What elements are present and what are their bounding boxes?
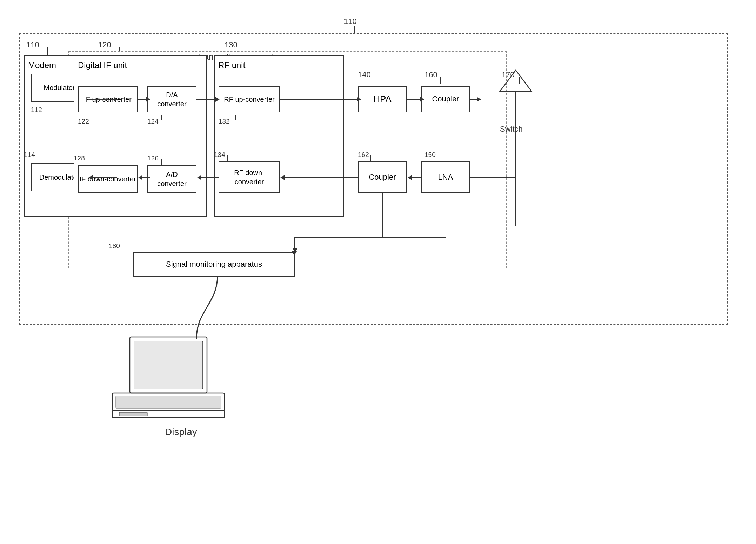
da-converter-block: D/Aconverter [147, 86, 196, 112]
ref-180: 180 [109, 242, 120, 250]
display-label: Display [165, 426, 197, 438]
svg-rect-5 [116, 396, 221, 408]
laptop-icon [109, 333, 242, 425]
ref-134: 134 [214, 151, 225, 159]
arrow-coupler-rx-rfdown [281, 177, 358, 178]
arrow-rfup-hpa [280, 99, 361, 100]
switch-h-bottom [470, 177, 516, 178]
ref-124: 124 [147, 118, 159, 125]
if-down-block: IF down-converter [78, 165, 138, 193]
svg-rect-7 [119, 412, 147, 416]
rf-up-block: RF up-converter [219, 86, 280, 112]
coupler-tx-block: Coupler [421, 86, 470, 112]
switch-label: Switch [500, 125, 523, 134]
arrow-rfdown-ad [198, 177, 219, 178]
ref-110: 110 [26, 40, 39, 49]
arrow-ifup-da [138, 99, 150, 100]
cable-curve [189, 276, 260, 339]
arrow-hpa-coupler [407, 99, 424, 100]
ref-180-line [133, 246, 133, 252]
ref-162: 162 [358, 151, 369, 159]
line-coupler-rx-down [373, 193, 373, 237]
ref-120: 120 [98, 40, 111, 49]
ref-130-line [246, 47, 246, 51]
ref-128: 128 [74, 154, 85, 162]
ref-126: 126 [147, 154, 159, 162]
ref-140: 140 [358, 70, 371, 79]
coupler-rx-block: Coupler [358, 161, 407, 193]
vert-line-160 [446, 112, 446, 238]
ref-162-line [370, 155, 371, 161]
arrowhead-160 [292, 251, 297, 256]
svg-rect-3 [134, 341, 203, 389]
ref-128-line [88, 159, 88, 165]
ref-122-line [95, 115, 95, 120]
ref-100: 110 [344, 17, 357, 26]
ref-112-line [46, 104, 46, 109]
ref-124-line [161, 115, 162, 120]
rf-down-block: RF down-converter [219, 161, 280, 193]
switch-v-line [515, 97, 516, 226]
ref-100-line [354, 26, 355, 33]
ref-134-line [227, 155, 228, 161]
line-coupler-tx-down [436, 112, 436, 237]
vert-arrow-160 [294, 237, 295, 252]
arrow-mod-ifup [88, 99, 118, 100]
arrow-signal-2 [295, 237, 295, 252]
ref-140-line [374, 77, 374, 84]
ref-130: 130 [225, 40, 237, 49]
ref-120-line [119, 47, 120, 51]
arrow-ifdown-demod [89, 177, 117, 178]
ref-110-line [47, 47, 48, 55]
ref-114: 114 [24, 151, 35, 159]
hpa-block: HPA [358, 86, 407, 112]
ref-150-line [439, 155, 439, 161]
svg-marker-0 [500, 70, 531, 91]
ref-122: 122 [78, 118, 89, 125]
diagram-container: 110 Transmitting apparatus 110 Modem Mod… [0, 0, 756, 544]
arrow-lna-coupler-rx [408, 177, 421, 178]
ref-132: 132 [219, 118, 230, 125]
ref-150: 150 [424, 151, 436, 159]
ad-converter-block: A/Dconverter [147, 165, 196, 193]
vert-line-162 [382, 193, 383, 238]
ref-126-line [161, 159, 162, 165]
arrow-da-rfup [196, 99, 219, 100]
ref-114-line [39, 155, 39, 163]
ref-160-line [440, 77, 441, 84]
arrow-ad-ifdown [139, 177, 150, 178]
signal-monitor-block: Signal monitoring apparatus [133, 252, 295, 277]
ref-132-line [235, 115, 236, 120]
arrow-coupler-switch [470, 99, 481, 100]
ref-112: 112 [31, 106, 42, 114]
horiz-line-162 [295, 237, 383, 238]
ref-160: 160 [424, 70, 437, 79]
antenna-symbol [498, 68, 533, 97]
